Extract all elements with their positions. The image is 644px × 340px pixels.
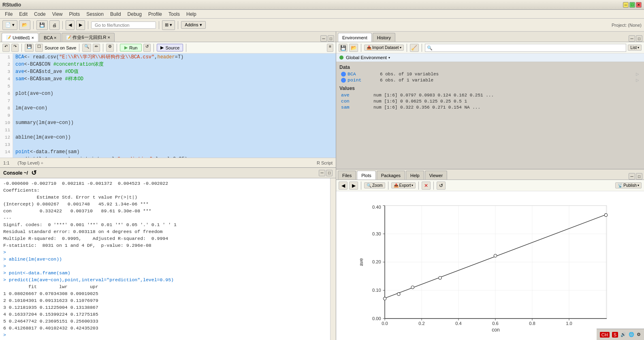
tab-viewer[interactable]: Viewer: [425, 171, 447, 180]
network-icon[interactable]: 🌐: [629, 332, 634, 337]
open-workspace-button[interactable]: 📂: [349, 44, 358, 52]
menu-code[interactable]: Code: [31, 11, 49, 18]
redo-button[interactable]: ↷: [11, 44, 19, 52]
ime-s[interactable]: S: [612, 332, 618, 338]
code-line-13: 13: [0, 141, 336, 148]
go-forward-button[interactable]: ▶: [76, 20, 85, 30]
clear-env-button[interactable]: 🧹: [410, 44, 419, 52]
console-content[interactable]: -0.000600 -0.002710 0.002181 -0.001372 0…: [0, 178, 330, 340]
point-6: [604, 213, 607, 216]
options-button[interactable]: ≡: [327, 44, 333, 52]
refresh-plot-button[interactable]: ↺: [437, 182, 446, 190]
editor-minimize-btn[interactable]: ─: [320, 35, 327, 42]
console-minimize-btn[interactable]: ─: [319, 170, 325, 176]
print-button[interactable]: 🖨: [49, 20, 60, 30]
menu-plots[interactable]: Plots: [66, 11, 83, 18]
run-button[interactable]: ▶ Run: [120, 44, 142, 51]
files-maximize-btn[interactable]: □: [636, 173, 642, 180]
go-back-button[interactable]: ◀: [66, 20, 75, 30]
save-workspace-button[interactable]: 💾: [339, 44, 348, 52]
code-line-10: 10 summary(lm(ave~con)): [0, 119, 336, 126]
tab-packages[interactable]: Packages: [377, 171, 405, 180]
x-label-0: 0.0: [382, 321, 388, 325]
console-maximize-btn[interactable]: □: [326, 170, 333, 176]
env-row-ave: ave num [1:6] 0.0797 0.0983 0.124 0.162 …: [338, 92, 642, 98]
source-save-checkbox[interactable]: ☐: [35, 44, 43, 52]
search-button[interactable]: 🔍: [82, 44, 91, 52]
code-line-11: 11: [0, 126, 336, 134]
open-file-button[interactable]: 📂: [19, 20, 30, 30]
import-dataset-button[interactable]: 📥 Import Dataset ▾: [364, 45, 404, 51]
save-file-button[interactable]: 💾: [25, 44, 34, 52]
menu-tools[interactable]: Tools: [165, 11, 183, 18]
source-button[interactable]: ▶ Source: [157, 44, 183, 51]
tab-untitled1[interactable]: 📝 Untitled1 ×: [2, 33, 38, 42]
menu-profile[interactable]: Profile: [145, 11, 165, 18]
env-row-sam: sam num [1:6] 0.322 0.356 0.271 0.154 NA…: [338, 104, 642, 110]
menu-file[interactable]: File: [2, 11, 16, 18]
grid-button[interactable]: ⊞ ▾: [162, 20, 175, 30]
tab-history[interactable]: History: [373, 33, 395, 42]
menu-build[interactable]: Build: [107, 11, 124, 18]
go-to-file-input[interactable]: [91, 21, 156, 29]
env-maximize-btn[interactable]: □: [636, 35, 642, 42]
code-line-2: 2 con<-BCA$CON #concentration浓度: [0, 61, 336, 68]
list-view-button[interactable]: List ▾: [628, 45, 642, 51]
addins-button[interactable]: Addins ▾: [181, 21, 206, 29]
console-prompt-2: >: [3, 263, 327, 269]
new-file-button[interactable]: 📄 ▾: [2, 20, 17, 30]
spell-button[interactable]: ✏: [93, 44, 100, 52]
editor-maximize-btn[interactable]: □: [328, 35, 334, 42]
code-editor[interactable]: 1 BCA<- read.csv("E:\\R\\学习R\\科研狗作业\\BCA…: [0, 53, 336, 158]
delete-plot-button[interactable]: ✕: [422, 182, 431, 190]
tab-homework[interactable]: 📝 作业6一元回归.R ×: [62, 33, 115, 42]
env-row-point: point 6 obs. of 1 variable ▷: [338, 77, 642, 83]
console-panel: Console ~/ ↺ ─ □ -0.000600 -0.002710 0.0…: [0, 167, 336, 340]
undo-button[interactable]: ↶: [2, 44, 10, 52]
menu-view[interactable]: View: [49, 11, 66, 18]
tab-homework-label: 作业6一元回归.R ×: [73, 34, 110, 41]
tab-plots[interactable]: Plots: [357, 171, 375, 180]
console-dashes: ---: [3, 214, 327, 221]
code-level: (Top Level) ÷: [17, 160, 43, 165]
menu-help[interactable]: Help: [183, 11, 200, 18]
console-scrollbar[interactable]: [330, 178, 336, 340]
sam-desc: num [1:6] 0.322 0.356 0.271 0.154 NA ...: [373, 105, 480, 110]
con-desc: num [1:6] 0 0.0625 0.125 0.25 0.5 1: [373, 99, 467, 104]
tab-help[interactable]: Help: [406, 171, 424, 180]
source-save-label: Source on Save: [45, 45, 76, 50]
next-plot-button[interactable]: ▶: [349, 182, 358, 190]
bca-expand[interactable]: ▷: [636, 72, 639, 76]
system-icon[interactable]: ⚙: [637, 332, 641, 337]
y-axis-label: ave: [358, 258, 364, 266]
code-line-8: 8 lm(ave~con): [0, 105, 336, 112]
volume-icon[interactable]: 🔊: [621, 332, 626, 337]
menu-edit[interactable]: Edit: [16, 11, 31, 18]
minimize-button[interactable]: ─: [623, 2, 629, 8]
menu-debug[interactable]: Debug: [124, 11, 145, 18]
tab-bca[interactable]: BCA ×: [39, 33, 61, 42]
global-env-selector[interactable]: Global Environment ▾: [336, 53, 644, 62]
ime-ch[interactable]: CH: [600, 332, 610, 338]
maximize-button[interactable]: □: [629, 2, 635, 8]
env-minimize-btn[interactable]: ─: [629, 35, 635, 42]
y-label-02: 0.20: [372, 259, 381, 264]
system-tray: CH S 🔊 🌐 ⚙: [597, 329, 644, 340]
compile-button[interactable]: ⚙: [106, 44, 114, 52]
console-clear-icon[interactable]: ↺: [31, 169, 36, 177]
console-row-3: 3 0.12181935 0.11225004 0.13138867: [3, 304, 327, 311]
zoom-button[interactable]: 🔍 Zoom: [364, 182, 385, 188]
env-search-input[interactable]: [425, 44, 627, 52]
point-expand[interactable]: ▷: [636, 78, 639, 82]
export-button[interactable]: 📤 Export ▾: [391, 182, 416, 188]
close-button[interactable]: ✕: [636, 2, 642, 8]
prev-plot-button[interactable]: ◀: [339, 182, 348, 190]
save-button[interactable]: 💾: [36, 20, 48, 30]
code-line-4: 4 sam<-BCA$sam_ave #样本OD: [0, 75, 336, 83]
tab-files[interactable]: Files: [338, 171, 356, 180]
re-run-button[interactable]: ↺: [143, 44, 151, 52]
tab-environment[interactable]: Environment: [338, 33, 372, 42]
menu-session[interactable]: Session: [83, 11, 107, 18]
files-minimize-btn[interactable]: ─: [629, 173, 635, 180]
publish-button[interactable]: 📡 Publish ▾: [615, 182, 642, 188]
